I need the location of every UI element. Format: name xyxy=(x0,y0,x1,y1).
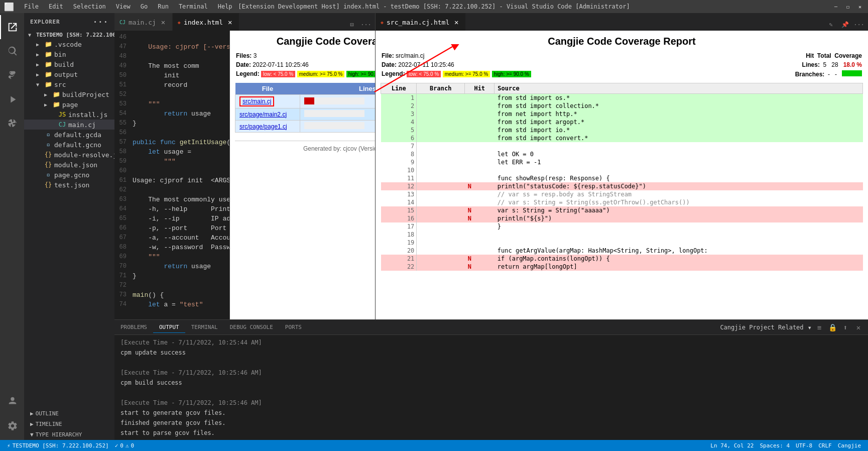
activity-bar-scm[interactable] xyxy=(0,63,24,87)
title-bar-left: ⬜ File Edit Selection View Go Run Termin… xyxy=(4,2,234,12)
edit-icon-right[interactable]: ✎ xyxy=(825,19,837,31)
src-line-6: 6 from std import convert.* xyxy=(381,134,863,142)
tree-item-src[interactable]: ▼ 📁 src xyxy=(24,79,114,89)
menu-go[interactable]: Go xyxy=(139,2,150,11)
code-line-46: 46 xyxy=(114,33,229,42)
tree-item-modulejson[interactable]: ▶ {} module.json xyxy=(24,160,114,170)
menu-bar[interactable]: File Edit Selection View Go Run Terminal… xyxy=(22,2,234,11)
window-maximize[interactable]: ◻ xyxy=(844,3,852,11)
panel-output-content[interactable]: [Execute Time - 7/11/2022, 10:25:44 AM] … xyxy=(114,335,868,440)
tree-item-bin[interactable]: ▶ 📁 bin xyxy=(24,49,114,59)
status-remote[interactable]: ⚡ TESTDEMO [SSH: 7.222.100.252] xyxy=(4,440,112,451)
tree-item-build[interactable]: ▶ 📁 build xyxy=(24,59,114,69)
panel-tab-debug[interactable]: DEBUG CONSOLE xyxy=(224,322,279,333)
code-line-69: 69 """ xyxy=(114,252,229,262)
tree-item-pagegcno[interactable]: ▶ ▫ page.gcno xyxy=(24,170,114,180)
sidebar-outline[interactable]: ▶ OUTLINE xyxy=(24,408,114,419)
code-line-47: 47 Usage: cjprof [--versi xyxy=(114,42,229,52)
sidebar-typehierarchy[interactable]: ▼ TYPE HIERARCHY xyxy=(24,429,114,440)
more-actions-icon[interactable]: ··· xyxy=(360,19,372,31)
panel-lock-icon[interactable]: 🔒 xyxy=(827,322,838,333)
split-editor-icon[interactable]: ⊟ xyxy=(346,19,358,31)
tab-maincj[interactable]: CJ main.cj ✕ xyxy=(114,13,173,31)
code-editor-container[interactable]: 46 47 Usage: cjprof [--versi 48 49 The m… xyxy=(114,31,230,319)
tab-close-maincj[interactable]: ✕ xyxy=(159,18,167,26)
tree-item-testjson[interactable]: ▶ {} test.json xyxy=(24,180,114,190)
tab-close-indexhtml[interactable]: ✕ xyxy=(226,18,234,26)
panel-tab-problems[interactable]: PROBLEMS xyxy=(114,322,153,333)
tree-label-build: build xyxy=(54,61,74,68)
tree-item-vscode[interactable]: ▶ 📁 .vscode xyxy=(24,39,114,49)
split-pane-wrapper: CJ main.cj ✕ ◈ index.html ✕ ⊟ ··· xyxy=(114,13,868,319)
html-preview-source[interactable]: Cangjie Code Coverage Report File: src/m… xyxy=(376,31,868,319)
panel-layout-icon[interactable]: ≡ xyxy=(814,322,825,333)
code-line-57: 57public func getInitUsage(): Strir xyxy=(114,138,229,147)
output-filter-arrow[interactable]: ▾ xyxy=(808,323,812,331)
menu-terminal[interactable]: Terminal xyxy=(177,2,210,11)
activity-bar-account[interactable] xyxy=(0,390,24,414)
panel-tab-ports[interactable]: PORTS xyxy=(279,322,308,333)
folder-icon-output: 📁 xyxy=(44,70,52,78)
tree-item-installjs[interactable]: ▶ JS install.js xyxy=(24,109,114,120)
file-icon-testjson: {} xyxy=(44,181,52,189)
status-errors[interactable]: ✓ 0 ⚠ 0 xyxy=(112,440,138,451)
source-code-table: Line Branch Hit Source 1 xyxy=(381,83,863,271)
menu-help[interactable]: Help xyxy=(216,2,234,11)
tree-item-maincj[interactable]: ▶ CJ main.cj xyxy=(24,120,114,130)
panel-close-icon[interactable]: ✕ xyxy=(853,322,864,333)
tab-indexhtml[interactable]: ◈ index.html ✕ xyxy=(173,13,239,31)
tree-item-defaultgcda[interactable]: ▶ ▫ default.gcda xyxy=(24,130,114,140)
sidebar-more-button[interactable]: ··· xyxy=(93,17,108,27)
file-link-main2cj[interactable]: src/page/main2.cj xyxy=(239,111,287,118)
panel-maximize-icon[interactable]: ⬆ xyxy=(840,322,851,333)
sidebar-timeline[interactable]: ▶ TIMELINE xyxy=(24,419,114,429)
tree-root[interactable]: ▼ TESTDEMO [SSH: 7.222.100... xyxy=(24,31,114,39)
tree-label-pagegcno: page.gcno xyxy=(54,171,89,179)
status-spaces[interactable]: Spaces: 4 xyxy=(757,440,793,451)
activity-bar-settings[interactable] xyxy=(0,414,24,438)
file-link-maincj[interactable]: src/main.cj xyxy=(239,96,274,106)
activity-bar-search[interactable] xyxy=(0,39,24,63)
window-close[interactable]: ✕ xyxy=(856,3,864,11)
file-link-page1cj[interactable]: src/page/page1.cj xyxy=(239,123,287,130)
tree-item-buildproject[interactable]: ▶ 📁 buildProject xyxy=(24,89,114,99)
tab-icon-srcmaincjhtml: ◈ xyxy=(381,20,384,25)
tree-item-defaultgcno[interactable]: ▶ ▫ default.gcno xyxy=(24,140,114,150)
title-bar-controls[interactable]: ─ ◻ ✕ xyxy=(832,3,864,11)
status-eol[interactable]: CRLF xyxy=(815,440,835,451)
panel-tab-output[interactable]: OUTPUT xyxy=(153,322,185,333)
more-icon-right[interactable]: ··· xyxy=(853,19,865,31)
code-line-59: 59 """ xyxy=(114,157,229,166)
tab-srcmaincjhtml[interactable]: ◈ src_main.cj.html ✕ xyxy=(376,13,466,31)
status-position[interactable]: Ln 74, Col 22 xyxy=(707,440,757,451)
menu-edit[interactable]: Edit xyxy=(47,2,65,11)
tree-item-moduleresolve[interactable]: ▶ {} module-resolve.json xyxy=(24,150,114,160)
right-tab-bar[interactable]: ◈ src_main.cj.html ✕ ✎ 📌 ··· xyxy=(376,13,868,31)
activity-bar-debug[interactable] xyxy=(0,87,24,111)
activity-bar-extensions[interactable] xyxy=(0,111,24,136)
tree-item-output[interactable]: ▶ 📁 output xyxy=(24,69,114,79)
src-line-22: 22 N return argMap[longOpt] xyxy=(381,263,863,271)
left-tab-bar[interactable]: CJ main.cj ✕ ◈ index.html ✕ ⊟ ··· xyxy=(114,13,375,31)
status-bar: ⚡ TESTDEMO [SSH: 7.222.100.252] ✓ 0 ⚠ 0 … xyxy=(0,440,868,451)
status-encoding[interactable]: UTF-8 xyxy=(793,440,815,451)
activity-bar-explorer[interactable] xyxy=(0,15,24,39)
menu-view[interactable]: View xyxy=(114,2,133,11)
menu-run[interactable]: Run xyxy=(156,2,171,11)
tree-label-defaultgcno: default.gcno xyxy=(54,141,101,149)
files-count: 3 xyxy=(254,52,257,59)
tab-close-srcmaincjhtml[interactable]: ✕ xyxy=(452,18,460,26)
panel-tab-terminal[interactable]: TERMINAL xyxy=(185,322,224,333)
table-row-main2cj: src/page/main2.cj 0 / 5 0.0 % xyxy=(235,108,376,121)
tree-item-page[interactable]: ▶ 📁 page xyxy=(24,99,114,109)
source-coverage-report: Cangjie Code Coverage Report File: src/m… xyxy=(381,36,863,271)
tab-label-maincj: main.cj xyxy=(129,19,156,26)
status-language[interactable]: Cangjie xyxy=(835,440,864,451)
menu-selection[interactable]: Selection xyxy=(71,2,108,11)
menu-file[interactable]: File xyxy=(22,2,41,11)
table-row-page1cj: src/page/page1.cj 0 / 2 0.0 % xyxy=(235,121,376,133)
pin-icon-right[interactable]: 📌 xyxy=(839,19,851,31)
html-preview-index[interactable]: Cangjie Code Coverage Report Files: 3 Hi… xyxy=(230,31,375,319)
code-line-72: 72 xyxy=(114,281,229,290)
window-minimize[interactable]: ─ xyxy=(832,3,840,11)
